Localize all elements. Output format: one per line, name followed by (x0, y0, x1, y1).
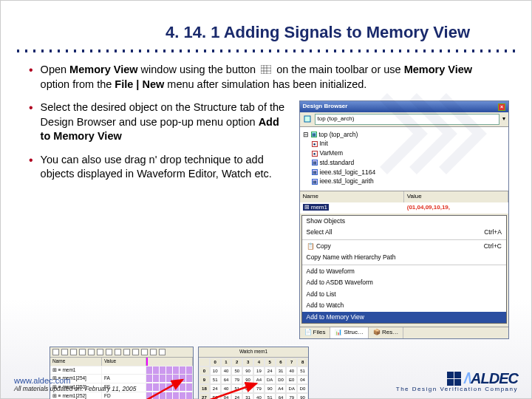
design-browser-tabs: 📄 Files 📊 Struc… 📦 Res… (300, 327, 509, 338)
column-value[interactable]: Value (404, 191, 508, 202)
menu-select-all[interactable]: Select AllCtrl+A (302, 227, 507, 238)
column-name[interactable]: Name (300, 191, 404, 202)
menu-copy[interactable]: 📋 CopyCtrl+C (302, 241, 507, 252)
text-bold: Memory View (404, 64, 472, 75)
divider (14, 48, 518, 54)
tree-node[interactable]: top (top_arch) (319, 130, 358, 140)
slide-title: 4. 14. 1 Adding Signals to Memory View (1, 1, 531, 48)
object-row[interactable]: ⊞ mem1 (01,04,09,10,19, (300, 202, 509, 214)
text: window using the button (138, 64, 259, 75)
content-area: • Open Memory View window using the butt… (1, 63, 531, 399)
text: Open (41, 64, 70, 75)
text: You can also use drag n' drop technique … (41, 153, 292, 182)
text: menu after simulation has been initializ… (164, 78, 366, 90)
structure-tree[interactable]: ⊟▦top (top_arch) ●Init ●VarMem ▦std.stan… (300, 127, 509, 191)
memory-view-title: Watch mem1 (199, 347, 308, 358)
footer-url: www.aldec.com (14, 376, 136, 385)
tree-node[interactable]: VarMem (320, 149, 344, 158)
close-icon[interactable]: × (498, 103, 505, 111)
panel-title: Design Browser (303, 103, 348, 111)
design-browser-panel: Design Browser × top (top_arch) ▾ ⊟▦top … (299, 100, 510, 339)
menu-add-waveform[interactable]: Add to Waveform (302, 266, 507, 277)
logo-text: /\ALDEC (464, 370, 518, 387)
menu-copy-hierarchy[interactable]: Copy Name with Hierarchy Path (302, 252, 507, 263)
tree-node[interactable]: ieee.std_logic_arith (320, 177, 374, 186)
tree-node[interactable]: Init (320, 139, 328, 149)
column-name: Name (50, 358, 102, 366)
memory-view-toolbar-icon (261, 64, 271, 72)
bullet-open-memory-view: • Open Memory View window using the butt… (29, 63, 509, 92)
menu-add-memory-view[interactable]: Add to Memory View (302, 312, 507, 323)
bullet-marker: • (29, 153, 33, 182)
tab-resources[interactable]: 📦 Res… (369, 327, 403, 338)
footer: www.aldec.com All materials updated on: … (1, 370, 531, 392)
menu-add-asdb-waveform[interactable]: Add to ASDB Waveform (302, 277, 507, 288)
chip-icon[interactable] (303, 115, 312, 123)
design-browser-titlebar: Design Browser × (300, 101, 509, 112)
tree-node[interactable]: std.standard (320, 158, 355, 168)
menu-add-list[interactable]: Add to List (302, 289, 507, 300)
waveform-toolbar (50, 347, 193, 358)
design-browser-toolbar: top (top_arch) ▾ (300, 112, 509, 127)
object-name: mem1 (311, 204, 327, 211)
menu-show-objects[interactable]: Show Objects (302, 216, 507, 227)
tree-node[interactable]: ieee.std_logic_1164 (320, 168, 376, 177)
chevron-down-icon[interactable]: ▾ (502, 115, 505, 123)
svg-rect-0 (261, 65, 271, 74)
text: Select the desired object on the Structu… (41, 101, 284, 128)
menu-add-watch[interactable]: Add to Watch (302, 300, 507, 311)
bullet-select-object: • Select the desired object on the Struc… (29, 100, 293, 144)
text: on the main toolbar or use (273, 64, 404, 75)
bullet-marker: • (29, 63, 33, 92)
aldec-logo: /\ALDEC (396, 370, 518, 387)
text: option from the (41, 78, 115, 90)
tagline: The Design Verification Company (396, 386, 518, 392)
text-bold: File | New (115, 78, 164, 90)
logo-mark-icon (447, 372, 461, 386)
root-combo[interactable]: top (top_arch) (315, 114, 500, 125)
tab-files[interactable]: 📄 Files (300, 327, 331, 338)
object-value: (01,04,09,10,19, (404, 202, 508, 214)
bullet-drag-drop: • You can also use drag n' drop techniqu… (29, 153, 293, 182)
context-menu: Show Objects Select AllCtrl+A 📋 CopyCtrl… (301, 215, 508, 324)
footer-updated: All materials updated on: February 11, 2… (14, 385, 136, 392)
text-bold: Memory View (69, 64, 137, 75)
tab-structure[interactable]: 📊 Struc… (330, 327, 369, 338)
column-value: Value (102, 358, 146, 366)
svg-rect-5 (304, 116, 310, 122)
bullet-marker: • (29, 100, 33, 144)
object-list-header: Name Value (300, 191, 509, 202)
